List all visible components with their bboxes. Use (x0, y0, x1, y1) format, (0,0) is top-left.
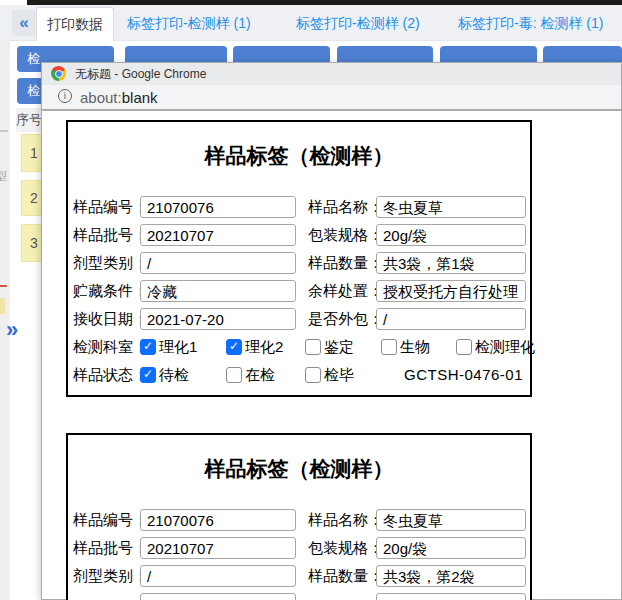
field-label: 剂型类别： (73, 254, 148, 273)
checkbox-icon: ✓ (226, 367, 242, 383)
field-input[interactable]: 21070076 (140, 196, 296, 218)
field-row: 样品编号： 21070076 样品名称： 冬虫夏草 (68, 196, 530, 220)
field-input[interactable]: 冬虫夏草 (376, 509, 526, 531)
checkbox-status-jianbi[interactable]: ✓检毕 (305, 365, 354, 385)
checkbox-dept-lihua2[interactable]: ✓理化2 (226, 337, 283, 357)
field-row: 样品批号： 20210707 包装规格： 20g/袋 (68, 537, 530, 561)
field-input[interactable]: 21070076 (140, 509, 296, 531)
checkbox-icon: ✓ (381, 339, 397, 355)
field-input[interactable]: 共3袋，第2袋 (376, 565, 526, 587)
field-label: 剂型类别： (73, 567, 148, 586)
field-input[interactable]: / (140, 252, 296, 274)
tab-print-data[interactable]: 打印数据 (36, 7, 114, 41)
checkbox-icon: ✓ (456, 339, 472, 355)
collapse-left-icon[interactable]: « (12, 10, 36, 36)
screen: « 打印数据 标签打印-检测样 (1) 标签打印-检测样 (2) 标签打印-毒:… (0, 0, 622, 600)
field-label: 样品名称： (308, 511, 383, 530)
checkbox-status-zaijian[interactable]: ✓在检 (226, 365, 275, 385)
tab-label-print-1[interactable]: 标签打印-检测样 (1) (127, 7, 251, 40)
field-row-clipped (68, 593, 530, 600)
field-label: 样品数量： (308, 254, 383, 273)
background-fragment (0, 130, 8, 132)
background-fragment (0, 285, 7, 287)
url-text[interactable]: about:blank (80, 87, 158, 109)
status-checkbox-row: 样品状态： ✓待检 ✓在检 ✓检毕 GCTSH-0476-01 (68, 364, 530, 388)
sample-code: GCTSH-0476-01 (404, 366, 523, 383)
checkbox-icon: ✓ (305, 367, 321, 383)
field-label: 接收日期： (73, 310, 148, 329)
chrome-window: 无标题 - Google Chrome i about:blank 样品标签（检… (41, 62, 622, 600)
url-scheme: about: (80, 89, 122, 106)
field-input[interactable] (140, 593, 296, 600)
field-label: 样品编号： (73, 198, 148, 217)
label-title: 样品标签（检测样） (68, 142, 530, 170)
tab-label-print-toxic-1[interactable]: 标签打印-毒: 检测样 (1) (458, 7, 603, 40)
expand-right-icon[interactable]: » (6, 318, 36, 342)
checkbox-status-daijian[interactable]: ✓待检 (140, 365, 189, 385)
background-fragment (0, 298, 5, 314)
field-label: 样品名称： (308, 198, 383, 217)
field-label: 余样处置： (308, 282, 383, 301)
field-row: 贮藏条件： 冷藏 余样处置： 授权受托方自行处理 (68, 280, 530, 304)
field-row: 接收日期： 2021-07-20 是否外包： / (68, 308, 530, 332)
checkbox-label: 检测理化 (475, 338, 535, 357)
field-label: 样品批号： (73, 226, 148, 245)
field-input[interactable]: 共3袋，第1袋 (376, 252, 526, 274)
field-input[interactable] (376, 593, 526, 600)
checkbox-label: 生物 (400, 338, 430, 357)
checkbox-label: 理化2 (245, 338, 283, 357)
checkbox-label: 待检 (159, 366, 189, 385)
field-label: 包装规格： (308, 226, 383, 245)
field-input[interactable]: 20210707 (140, 537, 296, 559)
field-label: 是否外包： (308, 310, 383, 329)
field-label: 样品批号： (73, 539, 148, 558)
field-row: 样品编号： 21070076 样品名称： 冬虫夏草 (68, 509, 530, 533)
field-input[interactable]: 2021-07-20 (140, 308, 296, 330)
info-icon[interactable]: i (58, 89, 72, 103)
checkbox-dept-jiance-lihua[interactable]: ✓检测理化 (456, 337, 535, 357)
field-input[interactable]: 授权受托方自行处理 (376, 280, 526, 302)
checkbox-icon: ✓ (140, 339, 156, 355)
checkbox-icon: ✓ (226, 339, 242, 355)
checkbox-label: 在检 (245, 366, 275, 385)
checkbox-icon: ✓ (140, 367, 156, 383)
background-fragment-char: 型 (0, 168, 7, 185)
field-label: 包装规格： (308, 539, 383, 558)
checkbox-dept-jianding[interactable]: ✓鉴定 (305, 337, 354, 357)
field-input[interactable]: 冬虫夏草 (376, 196, 526, 218)
checkbox-dept-lihua1[interactable]: ✓理化1 (140, 337, 197, 357)
field-input[interactable]: / (376, 308, 526, 330)
checkbox-label: 理化1 (159, 338, 197, 357)
field-row: 剂型类别： / 样品数量： 共3袋，第2袋 (68, 565, 530, 589)
sample-label-1: 样品标签（检测样） 样品编号： 21070076 样品名称： 冬虫夏草 样品批号… (66, 120, 532, 397)
field-input[interactable]: 20210707 (140, 224, 296, 246)
checkbox-label: 鉴定 (324, 338, 354, 357)
tab-label-print-2[interactable]: 标签打印-检测样 (2) (296, 7, 420, 40)
url-host: blank (122, 89, 158, 106)
field-label: 检测科室： (73, 338, 148, 357)
field-row: 样品批号： 20210707 包装规格： 20g/袋 (68, 224, 530, 248)
field-label: 样品编号： (73, 511, 148, 530)
dept-checkbox-row: 检测科室： ✓理化1 ✓理化2 ✓鉴定 ✓生物 ✓检测理化 (68, 336, 530, 360)
field-input[interactable]: / (140, 565, 296, 587)
checkbox-dept-shengwu[interactable]: ✓生物 (381, 337, 430, 357)
field-label: 贮藏条件： (73, 282, 148, 301)
field-input[interactable]: 20g/袋 (376, 537, 526, 559)
field-row: 剂型类别： / 样品数量： 共3袋，第1袋 (68, 252, 530, 276)
label-title: 样品标签（检测样） (68, 455, 530, 483)
field-label: 样品状态： (73, 366, 148, 385)
field-label: 样品数量： (308, 567, 383, 586)
sample-label-2: 样品标签（检测样） 样品编号： 21070076 样品名称： 冬虫夏草 样品批号… (66, 433, 532, 600)
field-input[interactable]: 冷藏 (140, 280, 296, 302)
field-input[interactable]: 20g/袋 (376, 224, 526, 246)
chrome-logo-icon (51, 66, 66, 81)
checkbox-label: 检毕 (324, 366, 354, 385)
checkbox-icon: ✓ (305, 339, 321, 355)
window-title: 无标题 - Google Chrome (75, 63, 206, 85)
